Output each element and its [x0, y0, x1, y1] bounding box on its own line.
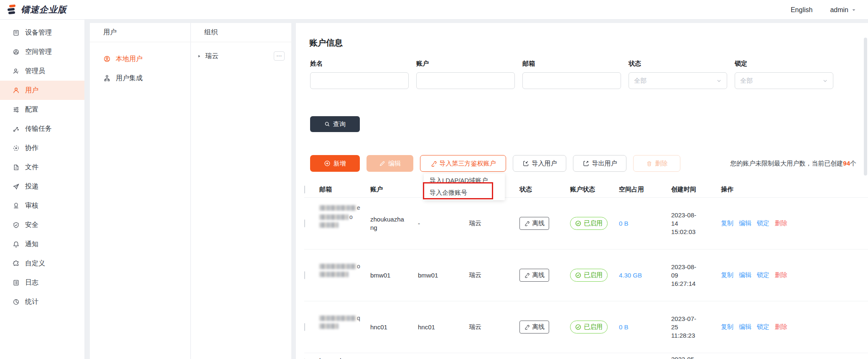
filter-email-input[interactable]: [522, 72, 621, 89]
redacted-email-block: [319, 316, 356, 321]
redacted-email-block: [319, 222, 339, 228]
edit-link[interactable]: 编辑: [739, 323, 751, 331]
security-icon: [13, 222, 20, 229]
check-circle-icon: [575, 220, 581, 227]
created-time-cell: 2023-08-09 16:27:14: [671, 263, 698, 288]
sidebar-item-statistics[interactable]: 统计: [0, 292, 84, 311]
sidebar-item-user[interactable]: 用户: [0, 81, 84, 100]
subpanel-item-local-users[interactable]: 本地用户: [90, 49, 190, 69]
subpanel-item-user-integration[interactable]: 用户集成: [90, 69, 190, 88]
org-more-button[interactable]: ⋯: [274, 51, 285, 61]
transfer-icon: [13, 125, 20, 132]
email-cell: e o: [319, 198, 370, 229]
caret-down-icon: [851, 8, 856, 13]
lock-link[interactable]: 锁定: [757, 271, 769, 279]
copy-link[interactable]: 复制: [721, 271, 733, 279]
col-header-account: 账户: [370, 186, 418, 194]
language-switch[interactable]: English: [791, 6, 812, 14]
local-user-icon: [103, 55, 111, 63]
row-actions: 复制 编辑 锁定 删除: [721, 271, 868, 279]
sidebar-item-administrator[interactable]: 管理员: [0, 61, 84, 81]
organization-panel: 组织 瑞云 ⋯: [190, 23, 291, 359]
lock-link[interactable]: 锁定: [757, 323, 769, 331]
select-all-checkbox[interactable]: [304, 186, 305, 194]
menu-item-import-ldap[interactable]: 导入LDAP/AD域账户: [424, 175, 505, 187]
sidebar-item-space-management[interactable]: 空间管理: [0, 42, 84, 61]
row-actions: 复制 编辑 锁定 删除: [721, 219, 868, 227]
delete-link[interactable]: 删除: [775, 219, 787, 227]
filter-name-input[interactable]: [310, 72, 409, 89]
brand-title: 镭速企业版: [21, 4, 67, 15]
user-integration-icon: [103, 74, 111, 82]
sidebar-item-logs[interactable]: 日志: [0, 273, 84, 292]
space-usage-cell: 0 B: [619, 220, 671, 227]
row-checkbox[interactable]: [304, 271, 305, 279]
file-icon: [13, 164, 20, 171]
export-users-button[interactable]: 导出用户: [573, 155, 626, 172]
sidebar-item-config[interactable]: 配置: [0, 100, 84, 119]
import-users-button[interactable]: 导入用户: [513, 155, 566, 172]
edit-user-button[interactable]: 编辑: [367, 155, 413, 172]
lock-link[interactable]: 锁定: [757, 219, 769, 227]
col-header-account-status: 账户状态: [570, 186, 619, 194]
filter-account-label: 账户: [416, 60, 515, 68]
filter-account-input[interactable]: [416, 72, 515, 89]
toolbar: 新增 编辑 导入第三方鉴权账户 导入用户 导出用户 删除: [310, 155, 680, 172]
table-row: e o zhoukuazhang - 瑞云 离线 已启用 0 B 2023-08…: [304, 198, 868, 250]
page-title: 账户信息: [309, 37, 343, 48]
status-badge: 离线: [519, 217, 549, 230]
scrollbar-thumb[interactable]: [864, 38, 867, 176]
col-header-status: 状态: [519, 186, 570, 194]
pencil-icon: [379, 160, 385, 167]
filter-status-select[interactable]: 全部: [629, 72, 727, 89]
sidebar-item-delivery[interactable]: 投递: [0, 177, 84, 196]
row-actions: 复制 编辑 锁定 删除: [721, 323, 868, 331]
filter-status-label: 状态: [629, 60, 727, 68]
table-row: heyangbo 离线 已启用 2023-05- 复制 编辑 锁定 删除: [304, 353, 868, 359]
sidebar-item-collaboration[interactable]: 协作: [0, 138, 84, 158]
sidebar-item-notification[interactable]: 通知: [0, 234, 84, 254]
col-header-created: 创建时间: [671, 186, 721, 194]
sidebar-item-audit[interactable]: 审核: [0, 196, 84, 215]
copy-link[interactable]: 复制: [721, 323, 733, 331]
user-subpanel-title: 用户: [90, 23, 190, 42]
menu-item-import-wecom[interactable]: 导入企微账号: [424, 187, 505, 199]
sidebar-item-device-management[interactable]: 设备管理: [0, 23, 84, 42]
import-third-party-button[interactable]: 导入第三方鉴权账户: [420, 155, 506, 172]
row-checkbox[interactable]: [304, 323, 305, 331]
trash-icon: [646, 160, 652, 167]
user-menu[interactable]: admin: [830, 6, 856, 14]
delete-link[interactable]: 删除: [775, 323, 787, 331]
sidebar-item-security[interactable]: 安全: [0, 215, 84, 234]
filter-lock-label: 锁定: [735, 60, 833, 68]
delete-link[interactable]: 删除: [775, 271, 787, 279]
tree-expand-caret-icon[interactable]: [197, 54, 201, 59]
edit-link[interactable]: 编辑: [739, 219, 751, 227]
sidebar-item-transfer-tasks[interactable]: 传输任务: [0, 119, 84, 138]
chevron-down-icon: [716, 78, 722, 84]
user-icon: [13, 87, 20, 94]
account-status-badge: 已启用: [570, 269, 608, 282]
filter-name-label: 姓名: [310, 60, 409, 68]
filter-lock-select[interactable]: 全部: [735, 72, 833, 89]
brand-logo[interactable]: 镭速企业版: [6, 4, 67, 15]
copy-link[interactable]: 复制: [721, 219, 733, 227]
org-cell: 瑞云: [469, 323, 519, 331]
edit-link[interactable]: 编辑: [739, 271, 751, 279]
created-time-cell: 2023-05-: [671, 355, 698, 359]
plus-circle-icon: [324, 160, 331, 167]
export-icon: [583, 160, 589, 167]
link-icon: [524, 324, 529, 330]
redacted-email-block: [319, 323, 339, 329]
org-tree-node[interactable]: 瑞云 ⋯: [191, 48, 291, 64]
sidebar-item-customize[interactable]: 自定义: [0, 254, 84, 273]
delete-users-button[interactable]: 删除: [633, 155, 680, 172]
row-checkbox[interactable]: [304, 219, 305, 227]
config-icon: [13, 106, 20, 113]
custom-icon: [13, 260, 20, 267]
sidebar-item-files[interactable]: 文件: [0, 158, 84, 177]
search-button[interactable]: 查询: [310, 116, 360, 132]
redacted-email-block: [319, 214, 349, 220]
add-user-button[interactable]: 新增: [310, 155, 360, 172]
org-cell: 瑞云: [469, 271, 519, 279]
